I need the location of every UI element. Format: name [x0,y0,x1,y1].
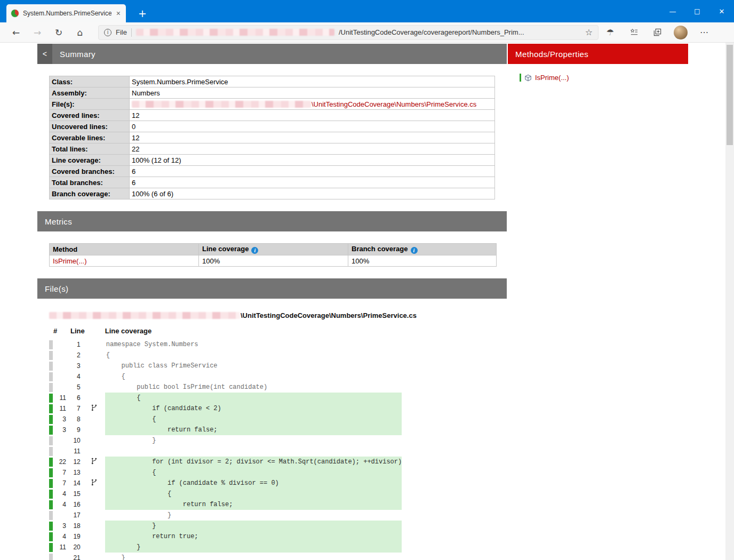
summary-row-label: Assembly: [50,87,130,99]
sidebar-method-item[interactable]: IsPrime(...) [520,74,688,82]
summary-row: Covered branches: 6 [50,166,495,177]
metrics-col-branch-coverage: Branch coveragei [348,244,497,255]
line-coverage-indicator [49,404,53,413]
browser-titlebar: System.Numbers.PrimeService - × + — □ ✕ [0,0,734,22]
methods-list: IsPrime(...) [508,74,688,82]
summary-row-label: Class: [50,76,130,87]
line-coverage-column-header: Line coverage [105,327,402,339]
code-line-row: 4 16 return false; [49,499,402,510]
scrollbar-thumb[interactable] [727,45,733,145]
url-text: /UnitTestingCodeCoverage/coveragereport/… [339,28,524,36]
file-path-suffix: \UnitTestingCodeCoverage\Numbers\PrimeSe… [241,311,417,319]
line-number: 1 [68,339,85,350]
hit-count [54,382,68,393]
hit-count: 11 [54,393,68,403]
profile-avatar[interactable] [674,26,688,39]
collections-icon[interactable] [645,23,669,42]
browser-tab[interactable]: System.Numbers.PrimeService - × [6,4,126,22]
summary-section-header: < Summary [37,44,507,64]
summary-row-label: Coverable lines: [50,132,130,143]
home-button[interactable]: ⌂ [69,23,91,42]
close-button[interactable]: ✕ [709,0,734,22]
back-to-summary-button[interactable]: < [37,44,52,64]
line-coverage-indicator [49,468,53,477]
code-text: for (int divisor = 2; divisor <= Math.Sq… [105,457,402,467]
summary-row: Covered lines: 12 [50,110,495,121]
summary-table: Class: System.Numbers.PrimeService Assem… [49,76,495,199]
favorite-star-icon[interactable]: ☆ [585,27,593,37]
hit-count: 22 [54,457,68,467]
forward-button[interactable]: → [27,23,48,42]
metrics-method-cell: IsPrime(...) [50,255,199,267]
minimize-button[interactable]: — [660,0,685,22]
hit-count [54,361,68,371]
metrics-col-method: Method [50,244,199,255]
summary-row-label: File(s): [50,99,130,110]
line-coverage-info-icon[interactable]: i [251,247,258,254]
page-scrollbar[interactable] [725,43,734,560]
summary-row: Class: System.Numbers.PrimeService [50,76,495,87]
line-number: 9 [68,425,85,435]
line-number: 12 [68,457,85,467]
line-number: 6 [68,393,85,403]
sidebar-method-link[interactable]: IsPrime(...) [535,74,569,82]
window-controls: — □ ✕ [660,0,734,22]
settings-menu-icon[interactable]: ⋯ [692,23,716,42]
branch-coverage-info-icon[interactable]: i [411,247,418,254]
line-column-header: Line [68,327,85,339]
method-link[interactable]: IsPrime(...) [53,257,87,265]
extension-umbrella-icon[interactable]: ☂ [599,23,622,42]
summary-row-value: 100% (6 of 6) [130,188,495,199]
code-text: { [105,467,402,478]
line-coverage-indicator [49,426,53,435]
report-favicon-icon [11,9,19,18]
code-text: if (candidate < 2) [105,403,402,414]
hit-count: 11 [54,403,68,414]
address-bar[interactable]: i File /UnitTestingCodeCoverage/coverage… [98,25,599,40]
summary-row-value: 0 [130,121,495,132]
code-line-row: 17 } [49,510,402,521]
summary-row: Total branches: 6 [50,177,495,188]
refresh-button[interactable]: ↻ [48,23,69,42]
page-info-icon[interactable]: i [104,29,111,36]
source-file-link[interactable]: \UnitTestingCodeCoverage\Numbers\PrimeSe… [312,100,476,108]
code-table-header-row: # Line Line coverage [49,327,402,339]
code-line-row: 1 namespace System.Numbers [49,339,402,350]
tab-title: System.Numbers.PrimeService - [23,10,111,17]
line-coverage-indicator [49,543,53,552]
files-section-header: File(s) [37,278,507,299]
summary-row-label: Covered lines: [50,110,130,121]
summary-row-label: Line coverage: [50,155,130,166]
code-text: { [105,414,402,425]
tab-close-icon[interactable]: × [115,9,122,18]
method-cube-icon [524,74,532,82]
code-text: if (candidate % divisor == 0) [105,478,402,489]
maximize-button[interactable]: □ [685,0,709,22]
methods-title: Methods/Properties [508,50,588,59]
back-button[interactable]: ← [5,23,27,42]
files-title: File(s) [37,284,68,293]
code-line-row: 22 12 for (int divisor = 2; divisor <= M… [49,457,402,467]
summary-row-label: Branch coverage: [50,188,130,199]
favorites-bar-icon[interactable] [622,23,645,42]
code-text: public bool IsPrime(int candidate) [105,382,402,393]
line-coverage-indicator [49,436,53,445]
hit-count [54,371,68,382]
line-number: 16 [68,499,85,510]
line-number: 20 [68,542,85,553]
new-tab-button[interactable]: + [134,4,150,22]
code-line-row: 3 9 return false; [49,425,402,435]
code-text: return false; [105,499,402,510]
summary-row: Branch coverage: 100% (6 of 6) [50,188,495,199]
summary-row-value: 22 [130,143,495,155]
code-line-row: 7 14 if (candidate % divisor == 0) [49,478,402,489]
metrics-table: Method Line coveragei Branch coveragei I… [49,243,497,267]
code-line-row: 4 { [49,371,402,382]
hit-count: 3 [54,414,68,425]
metrics-header-row: Method Line coveragei Branch coveragei [50,244,497,255]
hit-count [54,510,68,521]
metrics-col-line-coverage: Line coveragei [199,244,348,255]
code-line-row: 11 [49,446,402,457]
hit-count: 3 [54,521,68,531]
code-text: } [105,435,402,446]
